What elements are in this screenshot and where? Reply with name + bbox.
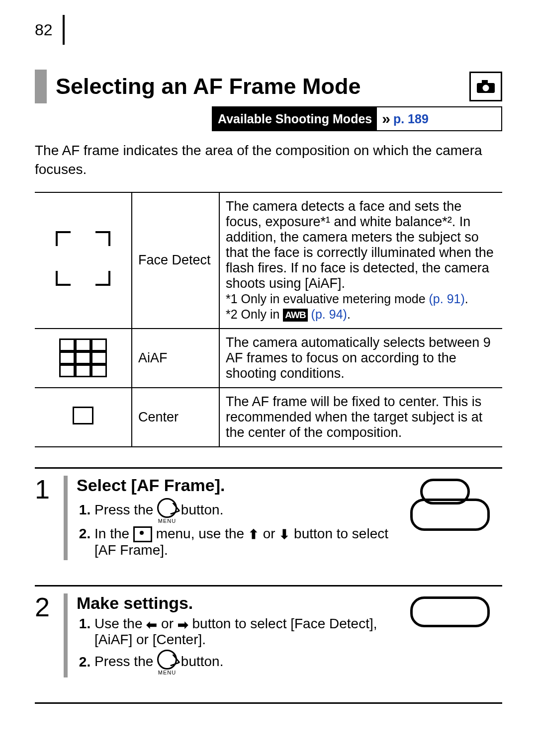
menu-button-icon: MENU	[157, 498, 177, 524]
step-illustration	[398, 593, 502, 677]
page-link[interactable]: (p. 94)	[308, 307, 347, 321]
table-row: AiAF The camera automatically selects be…	[35, 329, 502, 388]
step-instruction: Press the MENU button.	[94, 650, 398, 675]
button-diagram-icon	[410, 479, 490, 528]
center-frame-icon	[73, 407, 93, 424]
step-2: 2 Make settings. Use the ⬅ or ➡ button t…	[35, 585, 502, 702]
face-detect-icon	[56, 231, 110, 286]
step-accent-bar	[64, 476, 68, 561]
mode-name: AiAF	[132, 329, 219, 388]
awb-badge-icon: AWB	[283, 309, 307, 322]
header-divider	[63, 15, 65, 45]
step-number: 2	[35, 593, 55, 677]
step-title: Make settings.	[77, 593, 398, 613]
af-modes-table: Face Detect The camera detects a face an…	[35, 192, 502, 447]
step-title: Select [AF Frame].	[77, 476, 398, 495]
footnote-2: *2 Only in AWB (p. 94).	[226, 307, 351, 321]
shooting-modes-bar: Available Shooting Modes » p. 189	[212, 106, 502, 131]
table-row: Center The AF frame will be fixed to cen…	[35, 388, 502, 447]
page-number: 82	[35, 21, 63, 39]
page-header: 82	[35, 15, 502, 45]
arrow-up-icon: ⬆	[248, 528, 259, 541]
step-body: Select [AF Frame]. Press the MENU button…	[77, 476, 398, 561]
title-accent-bar	[35, 70, 47, 103]
mode-name: Face Detect	[132, 192, 219, 329]
step-body: Make settings. Use the ⬅ or ➡ button to …	[77, 593, 398, 677]
svg-rect-1	[482, 80, 488, 84]
title-row: Selecting an AF Frame Mode	[35, 70, 502, 103]
intro-text: The AF frame indicates the area of the c…	[35, 141, 502, 179]
camera-icon	[476, 79, 496, 94]
mode-name: Center	[132, 388, 219, 447]
chevron-right-icon: »	[377, 110, 393, 127]
desc-text: The camera detects a face and sets the f…	[226, 199, 494, 291]
arrow-left-icon: ⬅	[146, 618, 157, 631]
table-row: Face Detect The camera detects a face an…	[35, 192, 502, 329]
steps-list: 1 Select [AF Frame]. Press the MENU butt…	[35, 467, 502, 704]
step-illustration	[398, 476, 502, 561]
manual-page: 82 Selecting an AF Frame Mode Available …	[0, 0, 537, 756]
section-title: Selecting an AF Frame Mode	[56, 74, 460, 99]
mode-desc: The camera detects a face and sets the f…	[219, 192, 502, 329]
button-diagram-icon	[410, 596, 490, 627]
arrow-right-icon: ➡	[178, 618, 188, 631]
page-link[interactable]: (p. 91)	[429, 292, 465, 306]
step-instruction: In the menu, use the ⬆ or ⬇ button to se…	[94, 526, 398, 559]
svg-point-2	[483, 85, 489, 91]
shooting-modes-link[interactable]: p. 189	[393, 112, 429, 126]
footnote-1: *1 Only in evaluative metering mode (p. …	[226, 292, 468, 306]
step-1: 1 Select [AF Frame]. Press the MENU butt…	[35, 467, 502, 586]
menu-button-icon: MENU	[157, 650, 177, 675]
aiaf-icon	[59, 338, 107, 377]
step-instruction: Use the ⬅ or ➡ button to select [Face De…	[94, 616, 398, 648]
step-number: 1	[35, 476, 55, 561]
camera-mode-badge	[469, 72, 502, 101]
mode-desc: The AF frame will be fixed to center. Th…	[219, 388, 502, 447]
step-accent-bar	[64, 593, 68, 677]
arrow-down-icon: ⬇	[279, 528, 290, 541]
mode-desc: The camera automatically selects between…	[219, 329, 502, 388]
record-menu-icon	[133, 526, 152, 542]
step-instruction: Press the MENU button.	[94, 498, 398, 524]
shooting-modes-label: Available Shooting Modes	[213, 107, 377, 130]
